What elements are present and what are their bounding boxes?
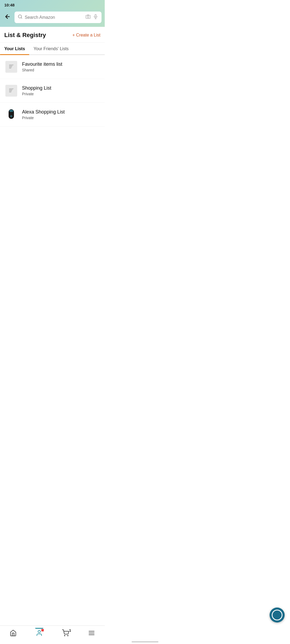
camera-search-icon[interactable] (85, 14, 91, 21)
search-bar[interactable] (15, 12, 102, 23)
list-placeholder-icon (5, 85, 17, 97)
list-item-name: Shopping List (22, 85, 100, 91)
svg-rect-5 (9, 110, 13, 112)
list-item-text: Favourite items list Shared (22, 61, 100, 72)
lists-container: Favourite items list Shared Shopping Lis… (0, 55, 105, 127)
back-button[interactable] (3, 12, 12, 23)
alexa-device-icon (5, 108, 18, 121)
search-input[interactable] (25, 15, 83, 20)
svg-point-2 (87, 16, 89, 18)
list-item-text: Shopping List Private (22, 85, 100, 96)
list-item-icon (4, 84, 18, 98)
list-item[interactable]: Shopping List Private (0, 79, 105, 103)
search-icon (18, 14, 23, 20)
svg-rect-3 (95, 14, 96, 17)
list-item-icon (4, 108, 18, 122)
create-list-button[interactable]: + Create a List (73, 33, 101, 38)
header (0, 9, 105, 27)
list-item-status: Private (22, 92, 100, 96)
tab-friends-lists[interactable]: Your Friends' Lists (29, 43, 73, 54)
svg-point-7 (10, 115, 12, 117)
list-placeholder-icon (5, 61, 17, 73)
list-item-icon (4, 60, 18, 74)
status-bar: 10:48 (0, 0, 105, 9)
list-item-name: Alexa Shopping List (22, 109, 100, 115)
list-item-name: Favourite items list (22, 61, 100, 67)
tab-your-lists[interactable]: Your Lists (0, 43, 29, 54)
tabs-container: Your Lists Your Friends' Lists (0, 43, 105, 55)
list-item-status: Private (22, 116, 100, 120)
status-time: 10:48 (4, 3, 15, 7)
page-title: List & Registry (4, 32, 46, 39)
list-item-text: Alexa Shopping List Private (22, 109, 100, 120)
list-item-status: Shared (22, 68, 100, 72)
list-item[interactable]: Alexa Shopping List Private (0, 103, 105, 127)
microphone-icon[interactable] (93, 14, 98, 21)
list-item[interactable]: Favourite items list Shared (0, 55, 105, 79)
page-title-bar: List & Registry + Create a List (0, 27, 105, 43)
